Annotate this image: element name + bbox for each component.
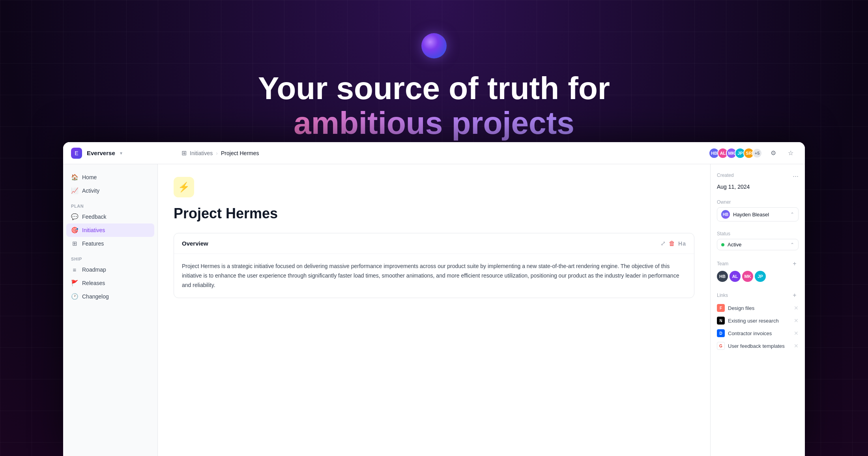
google-icon: G	[717, 342, 725, 350]
sidebar-item-features[interactable]: ⊞ Features	[66, 237, 154, 250]
hero-title-word1: ambitious	[294, 105, 443, 141]
hero-title-word2: projects	[451, 105, 574, 141]
delete-icon[interactable]: 🗑	[669, 240, 675, 247]
overview-card-header: Overview ⤢ 🗑 Ha	[174, 233, 694, 254]
expand-icon[interactable]: ⤢	[660, 240, 666, 247]
panel-team: Team + HB AL MK JP	[717, 260, 799, 282]
hero-title-line1: Your source of truth for	[258, 71, 610, 106]
status-chevron-icon: ⌃	[790, 242, 794, 248]
breadcrumb-parent[interactable]: Initiatives	[190, 150, 213, 156]
overview-text: Project Hermes is a strategic initiative…	[182, 262, 686, 290]
sidebar-item-label: Home	[82, 174, 97, 180]
team-avatars: HB AL MK JP	[717, 271, 799, 282]
link-close-icon[interactable]: ✕	[794, 317, 799, 324]
status-selector[interactable]: Active ⌃	[717, 239, 799, 250]
panel-team-header: Team +	[717, 260, 799, 268]
breadcrumb-current: Project Hermes	[221, 150, 259, 156]
main-layout: 🏠 Home 📈 Activity Plan 💬 Feedback 🎯 Init…	[63, 164, 805, 456]
sidebar: 🏠 Home 📈 Activity Plan 💬 Feedback 🎯 Init…	[63, 164, 158, 456]
sidebar-item-label: Releases	[82, 280, 105, 286]
team-avatar: MK	[742, 271, 753, 282]
plan-section-label: Plan	[66, 201, 154, 210]
status-label: Status	[717, 231, 799, 236]
team-label: Team	[717, 261, 728, 266]
feedback-icon: 💬	[71, 213, 78, 220]
owner-label: Owner	[717, 199, 799, 205]
links-list: F Design files ✕ N Existing user researc…	[717, 302, 799, 351]
more-icon[interactable]: Ha	[678, 240, 686, 247]
sidebar-item-releases[interactable]: 🚩 Releases	[66, 276, 154, 290]
initiatives-icon: 🎯	[71, 227, 78, 234]
content-area: ⚡ Project Hermes Overview ⤢ 🗑 Ha Project…	[158, 164, 710, 456]
links-label: Links	[717, 293, 728, 298]
page-title: Project Hermes	[174, 205, 694, 222]
panel-owner: Owner HB Hayden Bleasel ⌃	[717, 199, 799, 221]
ship-section-label: Ship	[66, 253, 154, 263]
notion-icon: N	[717, 317, 725, 325]
panel-links: Links + F Design files ✕ N Existing user…	[717, 291, 799, 351]
topbar-actions: HB AL MK JP SR +5 ⚙ ☆	[709, 147, 797, 160]
sidebar-item-feedback[interactable]: 💬 Feedback	[66, 210, 154, 223]
roadmap-icon: ≡	[71, 266, 78, 273]
sidebar-item-home[interactable]: 🏠 Home	[66, 171, 154, 184]
panel-status: Status Active ⌃	[717, 231, 799, 250]
topbar: E Eververse ▾ ⊞ Initiatives › Project He…	[63, 142, 805, 164]
link-close-icon[interactable]: ✕	[794, 305, 799, 311]
owner-name: Hayden Bleasel	[733, 212, 787, 218]
hero-title-line2: ambitious projects	[258, 106, 610, 141]
created-value: Aug 11, 2024	[717, 184, 799, 190]
sidebar-item-roadmap[interactable]: ≡ Roadmap	[66, 263, 154, 276]
features-icon: ⊞	[71, 240, 78, 247]
team-avatar: HB	[717, 271, 728, 282]
home-icon: 🏠	[71, 174, 78, 181]
breadcrumb: ⊞ Initiatives › Project Hermes	[181, 149, 709, 157]
changelog-icon: 🕐	[71, 293, 78, 300]
list-item[interactable]: G User feedback templates ✕	[717, 340, 799, 351]
settings-icon[interactable]: ⚙	[767, 147, 780, 160]
team-add-button[interactable]: +	[791, 260, 799, 268]
avatar-group: HB AL MK JP SR +5	[709, 148, 762, 159]
hero-logo	[421, 33, 447, 58]
owner-avatar: HB	[721, 210, 730, 219]
releases-icon: 🚩	[71, 280, 78, 287]
app-logo-icon: E	[71, 148, 82, 159]
overview-actions: ⤢ 🗑 Ha	[660, 240, 686, 247]
sidebar-item-changelog[interactable]: 🕐 Changelog	[66, 290, 154, 303]
list-item[interactable]: D Contractor invoices ✕	[717, 328, 799, 339]
list-item[interactable]: N Existing user research ✕	[717, 315, 799, 326]
owner-selector[interactable]: HB Hayden Bleasel ⌃	[717, 207, 799, 221]
topbar-left: E Eververse ▾	[71, 148, 181, 159]
avatar-count: +5	[752, 148, 762, 158]
app-menu-chevron-icon[interactable]: ▾	[120, 150, 122, 156]
panel-links-header: Links +	[717, 291, 799, 299]
sidebar-item-label: Changelog	[82, 293, 109, 300]
breadcrumb-separator: ›	[216, 150, 218, 156]
figma-icon: F	[717, 304, 725, 312]
sidebar-item-label: Initiatives	[82, 227, 105, 233]
list-item[interactable]: F Design files ✕	[717, 302, 799, 313]
sidebar-item-activity[interactable]: 📈 Activity	[66, 184, 154, 197]
link-close-icon[interactable]: ✕	[794, 343, 799, 349]
link-label: Existing user research	[728, 318, 791, 324]
panel-created: Created ··· Aug 11, 2024	[717, 172, 799, 190]
sidebar-item-initiatives[interactable]: 🎯 Initiatives	[66, 223, 154, 237]
sidebar-item-label: Features	[82, 240, 104, 247]
page-emoji: ⚡	[174, 177, 194, 197]
team-avatar: JP	[755, 271, 766, 282]
link-close-icon[interactable]: ✕	[794, 330, 799, 336]
overview-title: Overview	[182, 240, 208, 247]
created-more-icon[interactable]: ···	[793, 172, 799, 180]
hero-title: Your source of truth for ambitious proje…	[258, 71, 610, 141]
dropbox-icon: D	[717, 329, 725, 337]
sidebar-item-label: Roadmap	[82, 266, 106, 273]
app-window: E Eververse ▾ ⊞ Initiatives › Project He…	[63, 142, 805, 456]
star-icon[interactable]: ☆	[784, 147, 797, 160]
status-value: Active	[728, 242, 787, 248]
panel-created-header: Created ···	[717, 172, 799, 180]
sidebar-item-label: Feedback	[82, 214, 106, 220]
app-name: Eververse	[87, 150, 115, 156]
team-avatar: AL	[730, 271, 741, 282]
created-label: Created	[717, 173, 734, 178]
links-add-button[interactable]: +	[791, 291, 799, 299]
right-panel: Created ··· Aug 11, 2024 Owner HB Hayden…	[710, 164, 805, 456]
